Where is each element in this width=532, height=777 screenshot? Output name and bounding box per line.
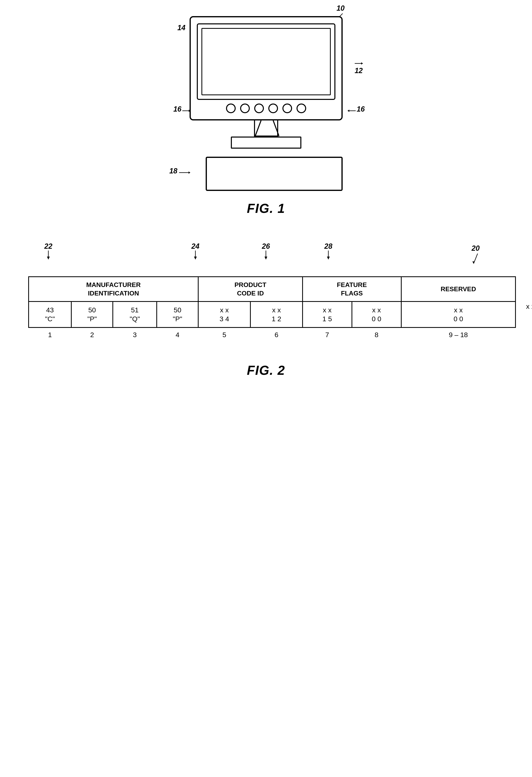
svg-marker-13 — [189, 172, 190, 174]
fig2-section: 20 22 24 26 — [0, 228, 532, 390]
header-row: MANUFACTURERIDENTIFICATION PRODUCTCODE I… — [29, 277, 516, 302]
index-9-18: 9 – 18 — [401, 327, 516, 343]
table-area: MANUFACTURERIDENTIFICATION PRODUCTCODE I… — [16, 276, 516, 343]
computer-unit: 18 — [190, 157, 343, 191]
fig2-caption: FIG. 2 — [16, 363, 516, 378]
svg-line-11 — [273, 120, 279, 136]
cell-2: 50"P" — [71, 302, 113, 327]
monitor-body — [190, 16, 343, 120]
ref-16-right-label: 16 — [346, 105, 365, 113]
index-7: 7 — [303, 327, 352, 343]
index-1: 1 — [29, 327, 71, 343]
cell-5: x x3 4 — [198, 302, 250, 327]
rom-ascii-note: x x = romASCII — [526, 303, 532, 310]
fig1-caption: FIG. 1 — [247, 201, 285, 216]
index-2: 2 — [71, 327, 113, 343]
cell-9-18: x x0 0 — [401, 302, 516, 327]
monitor-assembly: 14 12 — [184, 16, 349, 149]
monitor-base — [231, 136, 301, 149]
svg-line-10 — [255, 120, 261, 136]
index-6: 6 — [250, 327, 303, 343]
svg-marker-15 — [472, 261, 475, 264]
header-reserved: RESERVED — [401, 277, 516, 302]
cell-3: 51"Q" — [113, 302, 157, 327]
cell-1: 43"C" — [29, 302, 71, 327]
index-8: 8 — [352, 327, 401, 343]
header-product: PRODUCTCODE ID — [198, 277, 302, 302]
ref-26-group: 26 — [262, 242, 270, 260]
controls-row — [197, 104, 335, 113]
control-btn-4 — [268, 104, 278, 113]
svg-marker-21 — [264, 256, 267, 259]
svg-marker-23 — [327, 256, 330, 259]
header-mfr: MANUFACTURERIDENTIFICATION — [29, 277, 198, 302]
data-row: 43"C" 50"P" 51"Q" 50"P" x x3 4 x x1 2 x … — [29, 302, 516, 327]
svg-marker-19 — [194, 256, 197, 259]
index-4: 4 — [157, 327, 198, 343]
screen-inner — [201, 28, 331, 95]
index-row: 1 2 3 4 5 6 7 8 9 – 18 — [29, 327, 516, 343]
index-3: 3 — [113, 327, 157, 343]
ref-12-label: 12 — [353, 61, 365, 75]
monitor-neck — [254, 120, 278, 136]
ref-20-group: 20 — [471, 244, 480, 265]
svg-marker-17 — [47, 256, 50, 259]
ref-28-group: 28 — [324, 242, 332, 260]
cell-8: x x0 0 — [352, 302, 401, 327]
ref-22-group: 22 — [44, 242, 52, 260]
control-btn-6 — [297, 104, 306, 113]
control-btn-2 — [240, 104, 250, 113]
ref-16-left-label: 16 — [174, 105, 193, 113]
svg-marker-5 — [361, 62, 363, 65]
header-feature: FEATUREFLAGS — [303, 277, 401, 302]
ref-24-group: 24 — [191, 242, 199, 260]
control-btn-3 — [254, 104, 264, 113]
svg-marker-7 — [189, 110, 190, 112]
cell-4: 50"P" — [157, 302, 198, 327]
control-btn-5 — [283, 104, 292, 113]
control-btn-1 — [226, 104, 236, 113]
data-table: MANUFACTURERIDENTIFICATION PRODUCTCODE I… — [28, 276, 516, 343]
computer-box — [206, 157, 343, 191]
svg-marker-9 — [348, 110, 349, 112]
cell-6: x x1 2 — [250, 302, 303, 327]
fig1-section: 10 14 12 — [0, 0, 532, 228]
ref-18-label: 18 — [170, 167, 193, 175]
data-table-wrapper: 22 24 26 28 — [16, 276, 516, 343]
cell-7: x x1 5 — [303, 302, 352, 327]
screen-bezel — [197, 23, 335, 100]
index-5: 5 — [198, 327, 250, 343]
